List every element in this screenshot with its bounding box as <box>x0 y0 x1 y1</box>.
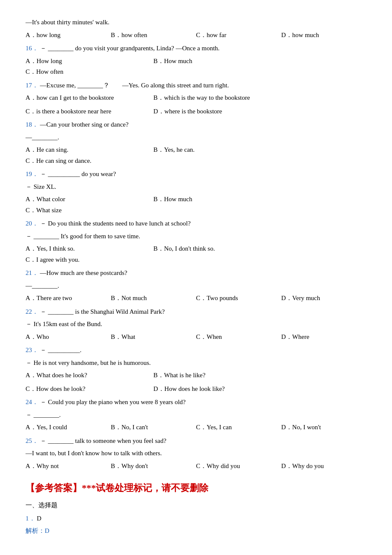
q20-option-c: C．I agree with you. <box>26 254 153 266</box>
q18-option-a: A．He can sing. <box>26 145 153 156</box>
q23-option-d: D．How does he look like? <box>153 384 281 395</box>
question-22: 22． － ________ is the Shanghai Wild Anim… <box>26 306 366 343</box>
q23-content: － __________. <box>40 347 82 353</box>
q17-options-2: C．is there a bookstore near here D．where… <box>26 106 366 117</box>
q16-option-c: C．How often <box>26 66 153 78</box>
q17-option-a: A．how can I get to the bookstore <box>26 92 153 104</box>
q16-number: 16． <box>26 45 38 52</box>
q21-content: —How much are these postcards? <box>40 269 127 276</box>
q17-text: 17． —Excuse me, ________？ —Yes. Go along… <box>26 80 366 91</box>
analysis-1-text: 解析：D <box>26 527 49 534</box>
answer-1: 1． D <box>26 513 366 524</box>
q23-option-c: C．How does he look? <box>26 384 153 395</box>
q25-number: 25． <box>26 437 38 444</box>
q23-option-b: B．What is he like? <box>153 370 281 381</box>
q24-options: A．Yes, I could B．No, I can't C．Yes, I ca… <box>26 422 366 433</box>
q19-options: A．What color B．How much C．What size <box>26 194 366 216</box>
q18-option-c: C．He can sing or dance. <box>26 156 153 167</box>
q17-option-c: C．is there a bookstore near here <box>26 106 153 117</box>
q24-number: 24． <box>26 399 38 405</box>
answer-1-number: 1． <box>26 515 35 522</box>
q25-option-d: D．Why do you <box>281 461 366 472</box>
answer-section-title: 【参考答案】***试卷处理标记，请不要删除 <box>26 482 366 494</box>
question-16: 16． － ________ do you visit your grandpa… <box>26 43 366 78</box>
q22-option-b: B．What <box>111 332 196 343</box>
q25-subline: —I want to, but I don't know how to talk… <box>26 448 366 459</box>
intro-option-a: A．how long <box>26 30 111 41</box>
q20-subline: － ________ It's good for them to save ti… <box>26 231 366 242</box>
q22-text: 22． － ________ is the Shanghai Wild Anim… <box>26 306 366 318</box>
q20-content: － Do you think the students need to have… <box>40 220 191 227</box>
q16-option-a: A．How long <box>26 56 153 67</box>
q19-number: 19． <box>26 171 38 177</box>
q24-option-b: B．No, I can't <box>111 422 196 433</box>
question-17: 17． —Excuse me, ________？ —Yes. Go along… <box>26 80 366 117</box>
q18-number: 18． <box>26 121 38 128</box>
q21-number: 21． <box>26 269 38 276</box>
q20-options: A．Yes, I think so. B．No, I don't think s… <box>26 243 366 265</box>
q22-number: 22． <box>26 308 38 315</box>
q21-subline: —________. <box>26 280 366 292</box>
q22-subline: － It's 15km east of the Bund. <box>26 319 366 330</box>
q17-options: A．how can I get to the bookstore B．which… <box>26 92 366 104</box>
q16-text: 16． － ________ do you visit your grandpa… <box>26 43 366 54</box>
q21-option-d: D．Very much <box>281 293 366 304</box>
q22-option-c: C．When <box>196 332 281 343</box>
q16-option-b: B．How much <box>153 56 281 67</box>
q21-options: A．There are two B．Not much C．Two pounds … <box>26 293 366 304</box>
q25-content: － ________ talk to someone when you feel… <box>40 437 167 444</box>
question-19: 19． － __________ do you wear? － Size XL.… <box>26 169 366 216</box>
intro-line: —It's about thirty minutes' walk. <box>26 17 366 28</box>
q20-option-a: A．Yes, I think so. <box>26 243 153 254</box>
question-24: 24． － Could you play the piano when you … <box>26 397 366 433</box>
q24-content: － Could you play the piano when you were… <box>40 399 186 405</box>
question-21: 21． —How much are these postcards? —____… <box>26 268 366 304</box>
q18-content: —Can your brother sing or dance? <box>40 121 129 128</box>
q23-option-a: A．What does he look? <box>26 370 153 381</box>
question-20: 20． － Do you think the students need to … <box>26 218 366 265</box>
q22-options: A．Who B．What C．When D．Where <box>26 332 366 343</box>
q21-option-b: B．Not much <box>111 293 196 304</box>
q19-subline: － Size XL. <box>26 182 366 193</box>
q19-content: － __________ do you wear? <box>40 171 116 177</box>
question-25: 25． － ________ talk to someone when you … <box>26 436 366 472</box>
q23-options-2: C．How does he look? D．How does he look l… <box>26 384 366 395</box>
q21-option-a: A．There are two <box>26 293 111 304</box>
q17-number: 17． <box>26 82 38 89</box>
q25-option-a: A．Why not <box>26 461 111 472</box>
q21-text: 21． —How much are these postcards? <box>26 268 366 279</box>
question-18: 18． —Can your brother sing or dance? —__… <box>26 119 366 166</box>
q23-subline: － He is not very handsome, but he is hum… <box>26 358 366 369</box>
q17-option-d: D．where is the bookstore <box>153 106 281 117</box>
q16-options: A．How long B．How much C．How often <box>26 56 366 78</box>
q17-option-b: B．which is the way to the bookstore <box>153 92 281 104</box>
q18-options: A．He can sing. B．Yes, he can. C．He can s… <box>26 145 366 166</box>
q23-text: 23． － __________. <box>26 345 366 356</box>
q25-options: A．Why not B．Why don't C．Why did you D．Wh… <box>26 461 366 472</box>
q23-options-1: A．What does he look? B．What is he like? <box>26 370 366 381</box>
q22-content: － ________ is the Shanghai Wild Animal P… <box>40 308 165 315</box>
q18-subline: —________. <box>26 132 366 143</box>
q24-option-c: C．Yes, I can <box>196 422 281 433</box>
intro-option-c: C．how far <box>196 30 281 41</box>
q19-option-a: A．What color <box>26 194 153 205</box>
q20-number: 20． <box>26 220 38 227</box>
q22-option-a: A．Who <box>26 332 111 343</box>
q16-content: － ________ do you visit your grandparent… <box>40 45 220 52</box>
q24-option-a: A．Yes, I could <box>26 422 111 433</box>
q19-text: 19． － __________ do you wear? <box>26 169 366 180</box>
q17-content: —Excuse me, ________？ —Yes. Go along thi… <box>40 82 229 89</box>
answer-1-value: D <box>37 515 41 522</box>
intro-option-d: D．how much <box>281 30 366 41</box>
intro-option-b: B．how often <box>111 30 196 41</box>
q24-subline: － ________. <box>26 410 366 421</box>
section-one-title: 一、选择题 <box>26 501 366 509</box>
q19-option-b: B．How much <box>153 194 281 205</box>
q20-text: 20． － Do you think the students need to … <box>26 218 366 229</box>
q18-text: 18． —Can your brother sing or dance? <box>26 119 366 130</box>
answer-section: 【参考答案】***试卷处理标记，请不要删除 一、选择题 1． D 解析：D <box>26 482 366 537</box>
q18-option-b: B．Yes, he can. <box>153 145 281 156</box>
q24-option-d: D．No, I won't <box>281 422 366 433</box>
q20-option-b: B．No, I don't think so. <box>153 243 281 254</box>
q22-option-d: D．Where <box>281 332 366 343</box>
